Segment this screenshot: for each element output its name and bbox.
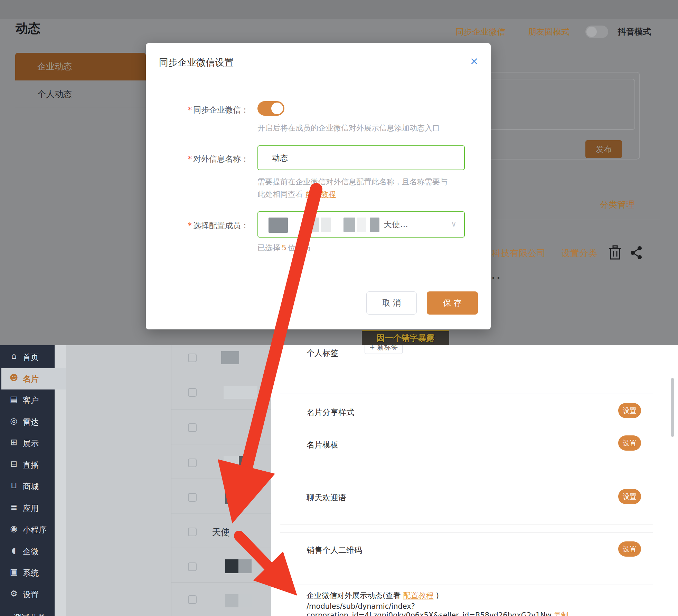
sidebar-item-customers[interactable]: ▤客户 bbox=[0, 389, 55, 411]
card-style-card: 名片分享样式 设置 名片模板 设置 bbox=[280, 394, 653, 459]
chat-greeting-label: 聊天欢迎语 bbox=[307, 492, 346, 503]
sidebar-item-miniprogram[interactable]: ◉小程序 bbox=[0, 519, 55, 540]
close-icon[interactable]: × bbox=[467, 54, 482, 69]
member-row-name: 天使 bbox=[212, 526, 230, 538]
dialog-title: 同步企业微信设置 bbox=[159, 56, 234, 69]
tab-personal-dynamics[interactable]: 个人动态 bbox=[15, 80, 146, 108]
douyin-mode-label: 抖音模式 bbox=[618, 26, 651, 37]
required-asterisk: * bbox=[188, 154, 192, 163]
redacted-avatar bbox=[269, 218, 288, 233]
layers-icon: ≣ bbox=[8, 502, 19, 512]
tutorial-link[interactable]: 配置教程 bbox=[403, 591, 434, 600]
sidebar-item-mall[interactable]: ⊔商城 bbox=[0, 476, 55, 497]
set-category-link[interactable]: 设置分类 bbox=[561, 247, 597, 259]
moments-mode-link[interactable]: 朋友圈模式 bbox=[528, 26, 569, 37]
sidebar-item-test-menu[interactable]: 测试菜单 bbox=[0, 607, 55, 616]
sidebar-item-apps[interactable]: ≣应用 bbox=[0, 498, 55, 519]
redacted-name bbox=[238, 594, 252, 607]
member-select[interactable]: 天使... ∨ bbox=[257, 211, 465, 238]
row-checkbox[interactable] bbox=[188, 388, 197, 397]
row-checkbox[interactable] bbox=[188, 493, 197, 502]
card-divider bbox=[287, 427, 647, 427]
settings-button[interactable]: 设置 bbox=[618, 403, 641, 418]
redacted-avatar bbox=[370, 218, 379, 232]
video-thumbnail: 因一个错字暴露 bbox=[362, 330, 449, 345]
toggle-knob bbox=[271, 103, 283, 114]
row-checkbox[interactable] bbox=[188, 528, 197, 536]
sidebar-item-cards[interactable]: ☻名片 bbox=[0, 368, 55, 389]
page-title: 动态 bbox=[16, 20, 40, 37]
row-divider bbox=[171, 444, 271, 444]
tutorial-link[interactable]: 配置教程 bbox=[305, 190, 336, 199]
add-tag-button[interactable]: + 新标签 bbox=[365, 345, 403, 354]
redacted-name bbox=[225, 490, 239, 504]
sidebar-item-display[interactable]: ⊞展示 bbox=[0, 433, 55, 454]
share-icon[interactable] bbox=[630, 246, 642, 260]
sync-field-label: *同步企业微信： bbox=[175, 105, 249, 115]
name-field-label: *对外信息名称： bbox=[175, 154, 249, 164]
row-checkbox[interactable] bbox=[188, 423, 197, 432]
wecom-dynamic-url: /modules/sub/dynamic/index?corporation_i… bbox=[307, 602, 653, 616]
trash-icon[interactable] bbox=[608, 244, 622, 261]
table-left-border bbox=[171, 345, 171, 616]
tv-icon: ⊟ bbox=[8, 459, 19, 469]
video-caption: 因一个错字暴露 bbox=[377, 333, 435, 343]
sidebar-item-home[interactable]: ⌂首页 bbox=[0, 346, 55, 368]
cancel-button[interactable]: 取 消 bbox=[366, 291, 417, 315]
sidebar-item-system[interactable]: ▣系统 bbox=[0, 562, 55, 584]
grid-icon: ⊞ bbox=[8, 437, 19, 447]
category-manage-link[interactable]: 分类管理 bbox=[600, 199, 634, 210]
divider bbox=[494, 220, 660, 220]
douyin-mode-toggle[interactable] bbox=[585, 26, 608, 38]
settings-panel: 个人标签 + 新标签 名片分享样式 设置 名片模板 设置 聊天欢迎语 设置 销售… bbox=[271, 345, 678, 616]
save-button[interactable]: 保 存 bbox=[427, 291, 478, 315]
tab-company-dynamics[interactable]: 企业动态 bbox=[15, 53, 146, 80]
wecom-dynamic-card: 企业微信对外展示动态(查看 配置教程 ) /modules/sub/dynami… bbox=[280, 585, 653, 616]
sidebar-item-live[interactable]: ⊟直播 bbox=[0, 454, 55, 476]
sidebar-item-radar[interactable]: ◎雷达 bbox=[0, 411, 55, 433]
settings-button[interactable]: 设置 bbox=[618, 435, 641, 451]
row-divider bbox=[171, 548, 271, 548]
redacted-avatar bbox=[343, 218, 355, 232]
sync-toggle[interactable] bbox=[257, 101, 284, 116]
external-name-input[interactable]: 动态 bbox=[257, 145, 465, 170]
toggle-knob bbox=[586, 27, 597, 37]
row-checkbox[interactable] bbox=[188, 459, 197, 467]
card-template-label: 名片模板 bbox=[307, 440, 338, 450]
redacted-name bbox=[224, 386, 257, 399]
row-divider bbox=[171, 375, 271, 375]
redacted-avatar bbox=[308, 218, 319, 232]
miniprogram-icon: ◉ bbox=[8, 524, 19, 533]
company-name-text: 科技有限公司 bbox=[492, 247, 546, 259]
settings-button[interactable]: 设置 bbox=[618, 541, 641, 557]
name-field-hint: 需要提前在企业微信对外信息配置此名称，且名称需要与 此处相同查看 配置教程 bbox=[257, 176, 472, 201]
row-divider bbox=[171, 410, 271, 410]
redacted-name bbox=[225, 559, 238, 573]
settings-button[interactable]: 设置 bbox=[618, 489, 641, 504]
personal-tag-card: 个人标签 + 新标签 bbox=[280, 345, 653, 371]
copy-link[interactable]: 复制 bbox=[554, 611, 568, 616]
member-field-label: *选择配置成员： bbox=[175, 220, 249, 231]
sales-qrcode-card: 销售个人二维码 设置 bbox=[280, 532, 653, 573]
redacted-avatar bbox=[357, 218, 366, 232]
row-checkbox[interactable] bbox=[188, 354, 197, 362]
card-share-style-label: 名片分享样式 bbox=[307, 407, 354, 418]
redacted-name bbox=[238, 559, 252, 573]
redacted-name bbox=[224, 456, 239, 469]
sync-wecom-settings-dialog: 同步企业微信设置 × *同步企业微信： 开启后将在成员的企业微信对外展示信息添加… bbox=[146, 43, 491, 329]
sidebar-item-wecom[interactable]: ◖企微 bbox=[0, 541, 55, 562]
sync-wecom-link[interactable]: 同步企业微信 bbox=[455, 26, 505, 37]
home-icon: ⌂ bbox=[8, 351, 19, 361]
chat-greeting-card: 聊天欢迎语 设置 bbox=[280, 482, 653, 525]
sales-qrcode-label: 销售个人二维码 bbox=[307, 545, 362, 556]
scrollbar-thumb[interactable] bbox=[671, 378, 674, 437]
row-checkbox[interactable] bbox=[188, 562, 197, 571]
publish-button[interactable]: 发布 bbox=[585, 140, 622, 158]
sidebar-item-settings[interactable]: ⚙设置 bbox=[0, 584, 55, 605]
users-icon: ☻ bbox=[8, 373, 19, 383]
row-checkbox[interactable] bbox=[188, 595, 197, 604]
monitor-icon: ▣ bbox=[8, 567, 19, 577]
chat-icon: ◖ bbox=[8, 546, 19, 555]
top-bar bbox=[0, 0, 678, 19]
redacted-name bbox=[239, 456, 252, 469]
